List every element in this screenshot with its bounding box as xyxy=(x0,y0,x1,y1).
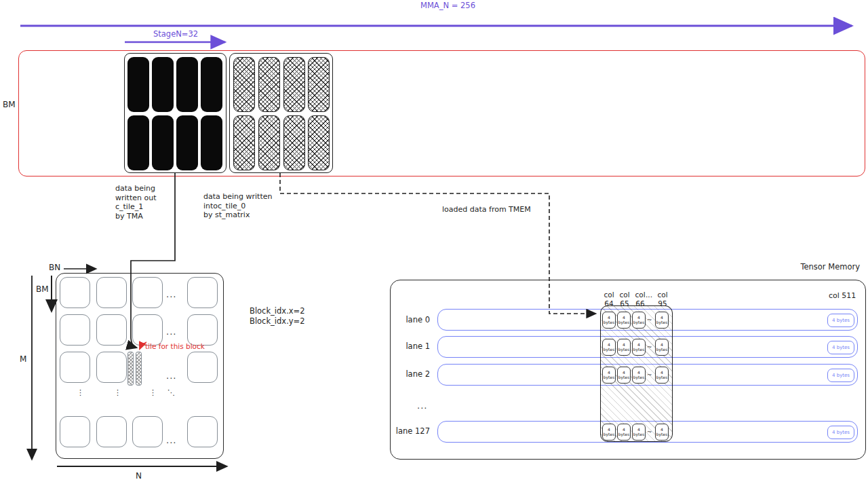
byte-cell-col511: 4 bytes xyxy=(827,341,854,354)
block-tile xyxy=(187,352,218,383)
byte-cell: 4bytes xyxy=(602,424,616,441)
block-tile xyxy=(96,277,127,308)
tensor-memory-title: Tensor Memory xyxy=(780,263,860,272)
c-tile-0-subtile xyxy=(233,57,255,112)
byte-cell: 4bytes xyxy=(602,312,616,329)
col-511-label: col 511 xyxy=(829,291,856,301)
byte-cell: 4bytes xyxy=(617,367,631,384)
c-tile-0-subtile xyxy=(308,115,330,170)
byte-cell: 4bytes xyxy=(617,424,631,441)
col-header-ellipsis: ... xyxy=(644,291,654,299)
byte-cell-col511: 4 bytes xyxy=(827,314,854,327)
lane-2-label: lane 2 xyxy=(400,369,430,379)
row-ellipsis: ... xyxy=(166,289,176,299)
byte-cell: 4bytes xyxy=(655,424,669,441)
byte-cell-col511: 4 bytes xyxy=(827,369,854,382)
row-ellipsis: ... xyxy=(166,435,176,445)
block-tile xyxy=(132,416,163,447)
block-tile xyxy=(60,416,90,447)
grid-bm-label: BM xyxy=(36,285,49,295)
c-tile-1-subtile xyxy=(152,115,174,170)
mma-n-title: MMA_N = 256 xyxy=(420,1,475,11)
lane-0-label: lane 0 xyxy=(400,315,430,324)
lanes-ellipsis: ... xyxy=(417,401,427,411)
byte-cell: 4bytes xyxy=(655,339,669,356)
byte-cells-gap-tilde: ~ xyxy=(647,371,652,378)
block-tile xyxy=(132,314,163,346)
grid-n-label: N xyxy=(136,472,142,481)
byte-cells-gap-tilde: ~ xyxy=(647,428,652,435)
stmatrix-annotation: data being written intoc_tile_0 by st_ma… xyxy=(203,192,272,220)
block-tile xyxy=(60,314,90,346)
c-tile-1-subtile xyxy=(201,57,222,112)
grid-bn-label: BN xyxy=(49,263,60,273)
c-tile-0-group xyxy=(229,53,333,173)
current-block-tile-strip xyxy=(127,352,134,386)
smem-bm-label: BM xyxy=(3,100,16,110)
c-tile-0-subtile xyxy=(283,57,305,112)
current-block-tile-strip xyxy=(136,352,142,386)
row-ellipsis: ... xyxy=(166,371,176,381)
c-tile-1-subtile xyxy=(176,115,198,170)
c-tile-1-subtile xyxy=(152,57,174,112)
c-tile-0-subtile xyxy=(258,115,280,170)
block-tile xyxy=(187,314,218,346)
diagram-canvas: MMA_N = 256 StageN=32 BM data being writ… xyxy=(0,0,868,484)
col-ellipsis: ⋮ xyxy=(149,388,157,397)
c-tile-0-subtile xyxy=(308,57,330,112)
c-tile-1-subtile xyxy=(176,57,198,112)
block-tile xyxy=(60,352,90,383)
c-tile-0-subtile xyxy=(233,115,255,170)
byte-cells-gap-tilde: ~ xyxy=(647,316,652,323)
byte-cell: 4bytes xyxy=(655,367,669,384)
tile-for-block-label: tile for this block xyxy=(145,342,205,352)
c-tile-1-subtile xyxy=(127,115,149,170)
c-tile-0-subtile xyxy=(258,57,280,112)
byte-cell: 4bytes xyxy=(602,339,616,356)
block-tile xyxy=(96,314,127,346)
c-tile-1-subtile xyxy=(127,57,149,112)
block-tile xyxy=(96,416,127,447)
byte-cells-gap-tilde: ~ xyxy=(647,343,652,350)
c-tile-1-group xyxy=(124,53,226,173)
col-ellipsis: ⋮ xyxy=(77,388,85,397)
byte-cell: 4bytes xyxy=(655,312,669,329)
byte-cell: 4bytes xyxy=(632,312,646,329)
block-tile xyxy=(60,277,90,308)
tma-annotation: data being written out c_tile_1 by TMA xyxy=(115,184,156,221)
block-tile xyxy=(187,416,218,447)
block-tile xyxy=(132,277,163,308)
c-tile-0-subtile xyxy=(283,115,305,170)
block-tile xyxy=(96,352,127,383)
lane-1-label: lane 1 xyxy=(400,341,430,351)
byte-cell: 4bytes xyxy=(632,367,646,384)
tmem-loaded-annotation: loaded data from TMEM xyxy=(442,205,531,215)
byte-cell: 4bytes xyxy=(632,424,646,441)
col-ellipsis: ⋮ xyxy=(114,388,122,397)
row-ellipsis: ... xyxy=(166,327,176,337)
lane-127-label: lane 127 xyxy=(395,426,430,436)
c-tile-1-subtile xyxy=(201,115,222,170)
block-tile xyxy=(187,277,218,308)
stage-n-label: StageN=32 xyxy=(153,30,198,39)
byte-cell: 4bytes xyxy=(602,367,616,384)
byte-cell: 4bytes xyxy=(617,339,631,356)
byte-cell: 4bytes xyxy=(632,339,646,356)
grid-m-label: M xyxy=(20,355,26,365)
byte-cell: 4bytes xyxy=(617,312,631,329)
byte-cell-col511: 4 bytes xyxy=(827,426,854,439)
diag-ellipsis: ⋱ xyxy=(167,388,176,397)
block-idx-annotation: Block_idx.x=2 Block_idx.y=2 xyxy=(250,306,305,326)
